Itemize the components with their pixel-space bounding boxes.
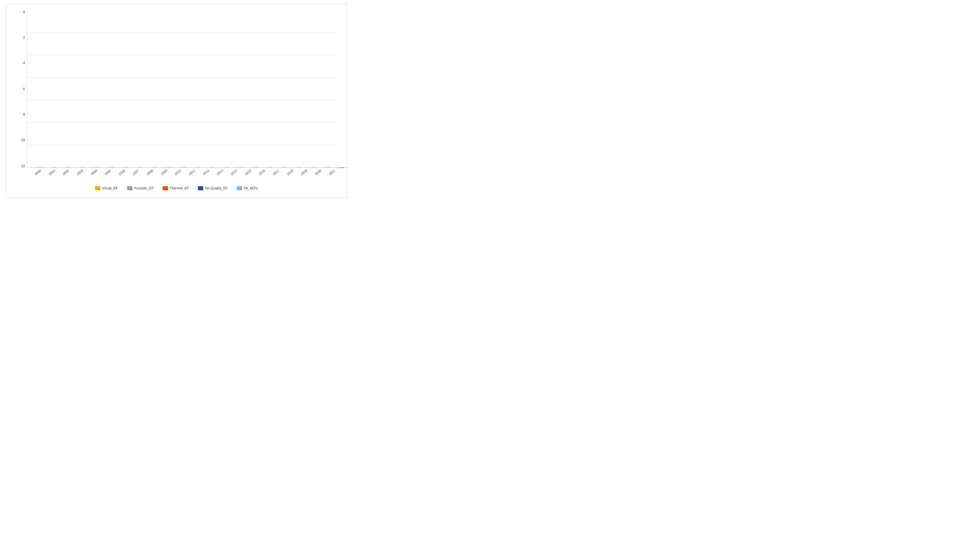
bar-all-4efs bbox=[344, 167, 347, 168]
legend-item-acoustic_ef: Acoustic_EF bbox=[127, 186, 154, 190]
chart-plot: 2000200120022003200420052006200720082009… bbox=[27, 10, 338, 183]
legend-item-airquality_ef: Air-Quality_EF bbox=[198, 186, 228, 190]
y-axis-label: 8 bbox=[15, 112, 27, 117]
legend-label: Air-Quality_EF bbox=[205, 186, 228, 190]
y-axis-label: 2 bbox=[15, 36, 27, 39]
y-axis-label: 0 bbox=[15, 10, 27, 14]
bars-row bbox=[27, 10, 338, 168]
x-axis-label: 2021 bbox=[326, 166, 344, 184]
y-axis-label: 12 bbox=[15, 164, 27, 168]
y-axis: 121086420 bbox=[15, 10, 27, 183]
legend-swatch bbox=[127, 186, 132, 190]
legend: Visual_EFAcoustic_EFThermal_EFAir-Qualit… bbox=[15, 183, 338, 192]
chart-container: 121086420 200020012002200320042005200620… bbox=[6, 4, 347, 198]
bar-airquality-ef bbox=[341, 167, 344, 168]
y-axis-label: 6 bbox=[15, 87, 27, 91]
legend-label: All_4EFs bbox=[244, 186, 258, 190]
legend-label: Acoustic_EF bbox=[134, 186, 154, 190]
legend-swatch bbox=[237, 186, 242, 190]
y-axis-label: 4 bbox=[15, 61, 27, 65]
legend-item-thermal_ef: Thermal_EF bbox=[163, 186, 189, 190]
legend-swatch bbox=[198, 186, 203, 190]
y-axis-label: 10 bbox=[15, 138, 27, 142]
legend-item-visual_ef: Visual_EF bbox=[95, 186, 118, 190]
grid-area bbox=[27, 10, 338, 168]
bar-thermal-ef bbox=[338, 167, 341, 168]
legend-swatch bbox=[95, 186, 100, 190]
legend-label: Thermal_EF bbox=[170, 186, 189, 190]
chart-area: 121086420 200020012002200320042005200620… bbox=[15, 10, 338, 183]
legend-label: Visual_EF bbox=[102, 186, 118, 190]
x-axis: 2000200120022003200420052006200720082009… bbox=[27, 168, 338, 183]
legend-item-all_4efs: All_4EFs bbox=[237, 186, 258, 190]
legend-swatch bbox=[163, 186, 168, 190]
